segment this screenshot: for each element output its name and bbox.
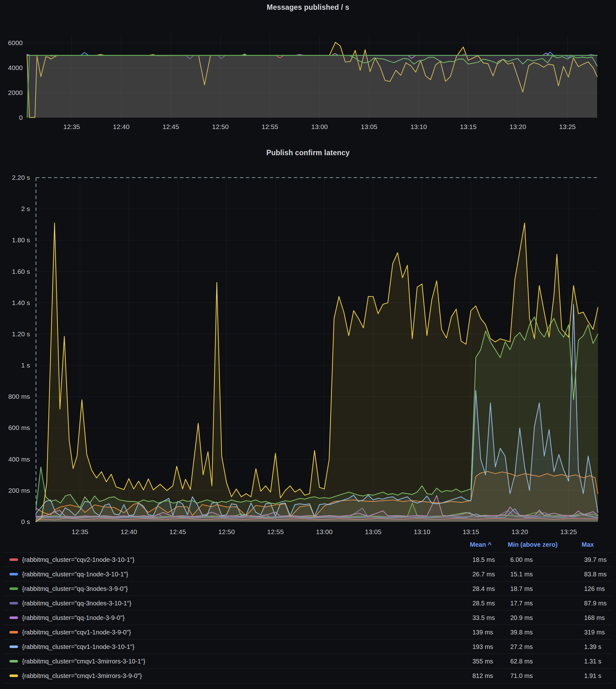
y-tick-label: 400 ms <box>0 455 30 463</box>
x-tick-label: 13:15 <box>454 123 483 131</box>
latency-panel-title: Publish confirm latency <box>0 149 616 157</box>
y-tick-label: 0 <box>0 114 23 121</box>
series-color-chip[interactable] <box>9 631 18 634</box>
messages-chart-plot-area[interactable] <box>26 34 597 118</box>
legend-mean-value: 193 ms <box>472 643 493 650</box>
legend-max-value: 1.91 s <box>584 672 601 680</box>
legend-min-value: 62.8 ms <box>510 658 533 665</box>
x-tick-label: 12:35 <box>66 528 94 536</box>
x-tick-label: 12:35 <box>58 123 86 131</box>
x-tick-label: 13:25 <box>553 123 581 131</box>
legend-min-value: 17.7 ms <box>510 599 533 607</box>
legend-mean-value: 812 ms <box>472 672 493 680</box>
x-tick-label: 12:40 <box>114 528 143 536</box>
legend-series-label[interactable]: {rabbitmq_cluster="qq-3nodes-3-10-1"} <box>22 599 131 607</box>
series-color-chip[interactable] <box>9 645 18 648</box>
legend-max-value: 1.39 s <box>584 643 601 650</box>
legend-max-value: 126 ms <box>584 585 605 593</box>
legend-min-value: 15.1 ms <box>510 570 533 578</box>
legend-mean-value: 26.7 ms <box>472 570 495 578</box>
legend-min-value: 6.00 ms <box>510 556 533 563</box>
latency-chart-plot-area[interactable] <box>36 178 598 522</box>
x-tick-label: 12:45 <box>163 528 192 536</box>
x-tick-label: 13:10 <box>408 528 436 536</box>
y-tick-label: 1 s <box>0 361 30 369</box>
y-tick-label: 2000 <box>0 89 23 96</box>
legend-row: {rabbitmq_cluster="qq-3nodes-3-10-1"}28.… <box>2 596 614 610</box>
series-color-chip[interactable] <box>9 674 18 677</box>
legend-series-label[interactable]: {rabbitmq_cluster="qq-1node-3-9-0"} <box>22 614 125 622</box>
y-tick-label: 1.40 s <box>0 299 30 307</box>
legend-max-value: 87.9 ms <box>584 599 607 607</box>
legend-mean-value: 355 ms <box>472 658 493 665</box>
legend-row: {rabbitmq_cluster="cmqv1-3mirrors-3-10-1… <box>2 654 614 668</box>
legend-row: {rabbitmq_cluster="qq-3nodes-3-9-0"}28.4… <box>2 581 614 596</box>
legend-max-value: 1.31 s <box>584 658 601 665</box>
legend-min-value: 20.9 ms <box>510 614 533 622</box>
legend-series-label[interactable]: {rabbitmq_cluster="qq-3nodes-3-9-0"} <box>22 585 128 593</box>
legend-series-label[interactable]: {rabbitmq_cluster="cmqv1-3mirrors-3-10-1… <box>22 658 145 665</box>
y-tick-label: 0 s <box>0 518 30 526</box>
x-tick-label: 13:10 <box>404 123 433 131</box>
series-color-chip[interactable] <box>9 573 18 575</box>
legend-row: {rabbitmq_cluster="cqv1-1node-3-9-0"}139… <box>2 625 614 640</box>
legend-series-label[interactable]: {rabbitmq_cluster="cqv1-1node-3-9-0"} <box>22 628 131 636</box>
legend-min-value: 18.7 ms <box>510 585 533 593</box>
series-color-chip[interactable] <box>9 660 18 663</box>
y-tick-label: 4000 <box>0 64 23 72</box>
y-tick-label: 2 s <box>0 205 30 213</box>
x-tick-label: 12:50 <box>206 123 235 131</box>
legend-series-label[interactable]: {rabbitmq_cluster="cmqv1-3mirrors-3-9-0"… <box>22 672 142 680</box>
y-tick-label: 1.20 s <box>0 330 30 338</box>
series-color-chip[interactable] <box>9 602 18 604</box>
legend-row: {rabbitmq_cluster="cmqv1-3mirrors-3-9-0"… <box>2 668 614 683</box>
legend-row: {rabbitmq_cluster="cqv1-1node-3-10-1"}19… <box>2 639 614 654</box>
legend-min-value: 39.8 ms <box>510 628 533 636</box>
x-tick-label: 13:20 <box>504 123 532 131</box>
x-tick-label: 12:50 <box>212 528 241 536</box>
grafana-dashboard: Messages published / s Publish confirm l… <box>0 0 616 689</box>
x-tick-label: 13:15 <box>457 528 485 536</box>
legend-min-value: 27.2 ms <box>510 643 533 650</box>
x-tick-label: 13:05 <box>359 528 388 536</box>
legend-mean-value: 28.5 ms <box>472 599 495 607</box>
series-color-chip[interactable] <box>9 558 18 561</box>
x-tick-label: 12:40 <box>107 123 135 131</box>
legend-max-value: 83.8 ms <box>584 570 607 578</box>
x-tick-label: 13:25 <box>554 528 583 536</box>
legend-row: {rabbitmq_cluster="qq-1node-3-10-1"}26.7… <box>2 566 614 581</box>
messages-panel-title: Messages published / s <box>0 3 616 12</box>
y-tick-label: 2.20 s <box>0 174 30 181</box>
legend-row: {rabbitmq_cluster="cqv2-1node-3-10-1"}18… <box>2 552 614 567</box>
x-tick-label: 13:00 <box>310 528 338 536</box>
legend-mean-value: 33.5 ms <box>472 614 495 622</box>
legend-max-value: 168 ms <box>584 614 605 622</box>
legend-min-value: 71.0 ms <box>510 672 533 680</box>
legend-max-value: 39.7 ms <box>584 556 607 563</box>
legend-max-value: 319 ms <box>584 628 605 636</box>
legend-header-max[interactable]: Max <box>581 541 594 548</box>
legend-series-label[interactable]: {rabbitmq_cluster="cqv1-1node-3-10-1"} <box>22 643 134 650</box>
legend-series-label[interactable]: {rabbitmq_cluster="qq-1node-3-10-1"} <box>22 570 128 578</box>
y-tick-label: 1.60 s <box>0 268 30 275</box>
series-color-chip[interactable] <box>9 617 18 619</box>
x-tick-label: 12:45 <box>156 123 185 131</box>
legend-header-min[interactable]: Min (above zero) <box>508 541 558 548</box>
y-tick-label: 1.80 s <box>0 236 30 244</box>
x-tick-label: 12:55 <box>256 123 284 131</box>
y-tick-label: 800 ms <box>0 393 30 400</box>
x-tick-label: 13:00 <box>306 123 334 131</box>
y-tick-label: 600 ms <box>0 424 30 431</box>
x-tick-label: 12:55 <box>261 528 290 536</box>
legend-mean-value: 139 ms <box>472 628 493 636</box>
series-color-chip[interactable] <box>9 587 18 590</box>
legend-header-mean[interactable]: Mean ^ <box>470 541 491 548</box>
legend-mean-value: 18.5 ms <box>472 556 495 563</box>
legend-row: {rabbitmq_cluster="qq-1node-3-9-0"}33.5 … <box>2 610 614 625</box>
y-tick-label: 200 ms <box>0 487 30 494</box>
y-tick-label: 6000 <box>0 39 23 47</box>
x-tick-label: 13:05 <box>355 123 383 131</box>
legend-mean-value: 28.4 ms <box>472 585 495 593</box>
x-tick-label: 13:20 <box>506 528 534 536</box>
legend-series-label[interactable]: {rabbitmq_cluster="cqv2-1node-3-10-1"} <box>22 556 134 563</box>
